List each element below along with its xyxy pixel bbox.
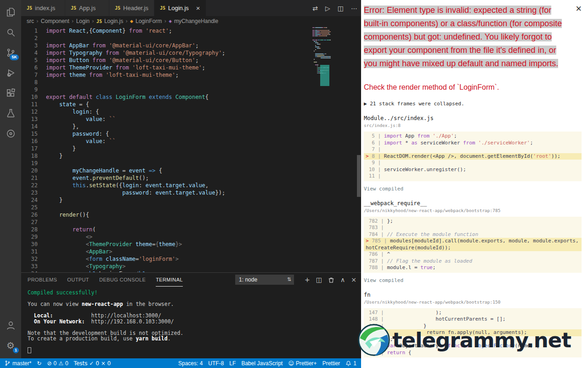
git-branch-item[interactable]: master* — [5, 360, 31, 367]
frame-code-line: > 8 | ReactDOM.render(<App />, document.… — [364, 153, 582, 160]
run-icon[interactable]: ▷ — [325, 5, 330, 12]
method-symbol-icon: ◈ — [169, 19, 172, 23]
live-share-icon[interactable] — [0, 123, 21, 144]
tab-terminal[interactable]: TERMINAL — [156, 273, 183, 287]
frame-code-line: 151 | }; — [364, 336, 582, 343]
prettier-item[interactable]: Prettier — [322, 360, 340, 367]
sync-icon[interactable]: ↻ — [37, 360, 41, 367]
notifications-item[interactable]: 1 — [345, 360, 356, 367]
code-line: state = { — [46, 101, 225, 108]
extensions-icon[interactable] — [0, 83, 21, 103]
testing-beaker-icon[interactable] — [0, 103, 21, 123]
code-line: }, — [46, 123, 225, 130]
close-panel-icon[interactable]: × — [351, 276, 356, 283]
stack-frame: fn/Users/nikkyhood/new-react-app/webpack… — [364, 292, 582, 358]
error-title-text: Error: Element type is invalid: expected… — [364, 6, 562, 68]
code-line: import AppBar from '@material-ui/core/Ap… — [46, 42, 225, 49]
search-icon[interactable] — [0, 22, 21, 42]
js-file-icon: JS — [71, 6, 76, 11]
encoding-item[interactable]: UTF-8 — [208, 360, 224, 367]
editor-code[interactable]: import React,{Component} from 'react'; i… — [46, 27, 225, 272]
tab-app-js[interactable]: JS App.js — [65, 0, 109, 16]
terminal-cursor — [28, 347, 31, 353]
tab-problems[interactable]: PROBLEMS — [28, 273, 57, 287]
frame-code-block: 147 | ); 148 | hotCurrentParents = []; 1… — [364, 308, 582, 358]
frame-code-line: 11 | — [364, 173, 582, 180]
code-line: <ThemeProvider theme={theme}> — [46, 241, 225, 248]
breadcrumb: src › Component › Login › JS Login.js › … — [21, 16, 361, 26]
terminal-shell-select[interactable]: 1: node ⇅ — [235, 275, 294, 285]
view-compiled-link[interactable]: View compiled — [364, 186, 582, 192]
run-and-debug-icon[interactable] — [0, 63, 21, 83]
error-count: 0 — [53, 360, 57, 367]
code-line: myChangeHandle = event => { — [46, 167, 225, 174]
tab-login-js[interactable]: JS Login.js × — [154, 0, 206, 16]
tab-header-js[interactable]: JS Header.js — [109, 0, 154, 16]
close-tab-icon[interactable]: × — [196, 5, 200, 12]
js-file-icon: JS — [27, 6, 32, 11]
indentation-item[interactable]: Spaces: 4 — [178, 360, 203, 367]
git-branch-icon — [5, 360, 11, 366]
source-control-icon[interactable]: 5K — [0, 42, 21, 63]
code-line: <AppBar> — [46, 248, 225, 255]
breadcrumb-item-file[interactable]: Login.js — [104, 18, 123, 24]
branch-name: master* — [12, 360, 31, 367]
breadcrumb-item-class[interactable]: LoginForm — [136, 18, 162, 24]
status-bar: master* ↻ ⊘ 0 ⚠ 0 Tests ✓ 0 × 0 Spaces: … — [0, 358, 361, 368]
frame-function: fn — [364, 292, 582, 298]
breadcrumb-item-component[interactable]: Component — [41, 18, 69, 24]
frame-function: __webpack_require__ — [364, 200, 582, 207]
frame-code-line: 782 | }; — [364, 218, 582, 225]
code-line: } — [46, 145, 225, 152]
js-file-icon: JS — [115, 6, 120, 11]
error-subtitle: Check the render method of `LoginForm`. — [364, 83, 582, 92]
tab-debug-console[interactable]: DEBUG CONSOLE — [99, 273, 146, 287]
warning-icon: ⚠ — [58, 360, 63, 367]
breadcrumb-item-method[interactable]: myChangeHandle — [174, 18, 218, 24]
view-compiled-link[interactable]: View compiled — [364, 277, 582, 283]
frame-code-line: 153 | return { — [364, 350, 582, 356]
maximize-panel-icon[interactable]: ∧ — [340, 276, 345, 283]
frame-code-line: 7 | — [364, 146, 582, 153]
code-line: } — [46, 152, 225, 160]
accounts-icon[interactable] — [0, 315, 21, 335]
code-editor[interactable]: 1234567891011121314151617181920212223242… — [21, 26, 361, 272]
error-overlay: × Error: Element type is invalid: expect… — [361, 0, 588, 368]
eol-item[interactable]: LF — [229, 360, 236, 367]
code-line: event.preventDefault(); — [46, 174, 225, 182]
collapsed-stack-toggle[interactable]: ▶ 21 stack frames were collapsed. — [364, 101, 582, 107]
code-line — [46, 34, 225, 42]
explorer-icon[interactable] — [0, 2, 21, 22]
tab-label: App.js — [79, 5, 96, 12]
code-line: import Typography from '@material-ui/cor… — [46, 49, 225, 57]
code-line: } — [46, 196, 225, 204]
code-line: value: `` — [46, 115, 225, 123]
kill-terminal-trash-icon[interactable] — [328, 276, 334, 283]
terminal[interactable]: Compiled successfully! You can now view … — [21, 287, 361, 353]
new-terminal-icon[interactable]: + — [305, 276, 310, 283]
problems-item[interactable]: ⊘ 0 ⚠ 0 — [47, 360, 68, 367]
tab-output[interactable]: OUTPUT — [67, 273, 89, 287]
feedback-smiley-icon[interactable]: ☺ Prettier+ — [288, 360, 317, 367]
settings-badge: 1 — [13, 347, 19, 353]
close-overlay-icon[interactable]: × — [576, 4, 582, 14]
breadcrumb-item-login[interactable]: Login — [76, 18, 90, 24]
frame-code-line: 10 | serviceWorker.unregister(); — [364, 167, 582, 173]
frame-code-line: 9 | — [364, 160, 582, 167]
breadcrumb-item-src[interactable]: src — [27, 18, 34, 24]
code-line — [46, 204, 225, 211]
more-actions-icon[interactable]: ⋯ — [351, 5, 357, 12]
chevron-right-icon: › — [92, 18, 94, 24]
editor-scrollbar[interactable] — [357, 155, 361, 197]
language-mode-item[interactable]: Babel JavaScript — [241, 360, 283, 367]
split-editor-icon[interactable]: ◫ — [338, 5, 344, 12]
tests-item[interactable]: Tests ✓ 0 × 0 — [74, 360, 111, 367]
frame-code-line: 5 | import App from './App'; — [364, 133, 582, 140]
tab-index-js[interactable]: JS index.js — [21, 0, 65, 16]
open-changes-icon[interactable]: ⇄ — [312, 5, 318, 12]
split-terminal-icon[interactable]: ◫ — [316, 276, 322, 283]
chevron-right-icon: › — [36, 18, 39, 24]
code-line: export default class LoginForm extends C… — [46, 93, 225, 101]
tab-label: Login.js — [168, 5, 189, 12]
settings-gear-icon[interactable]: ⚙ 1 — [0, 335, 21, 356]
